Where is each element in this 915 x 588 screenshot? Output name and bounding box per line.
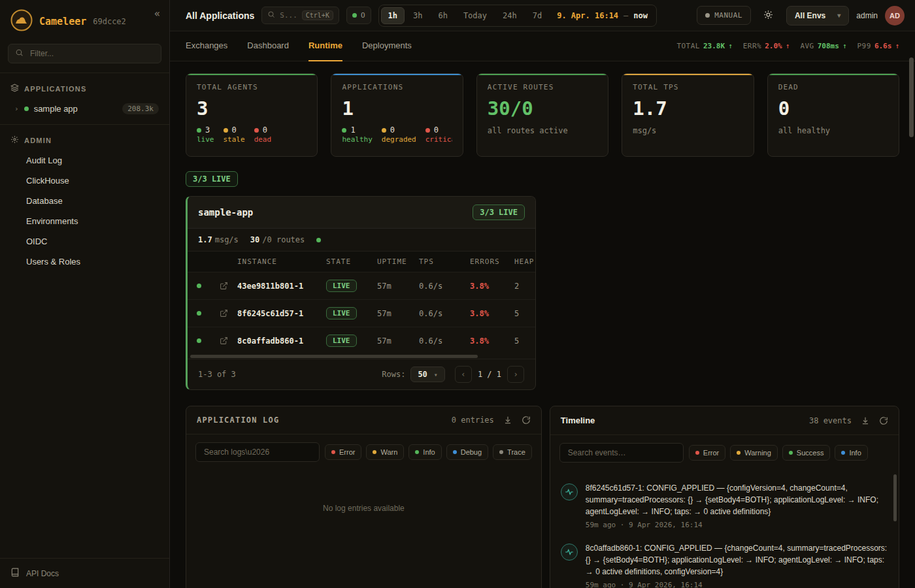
sidebar-filter-input[interactable] [29, 48, 154, 59]
log-filter-debug[interactable]: Debug [446, 444, 488, 460]
time-range-1h[interactable]: 1h [381, 7, 405, 24]
arrow-up-icon: ↑ [842, 42, 847, 50]
timeline-filter-error[interactable]: Error [689, 445, 725, 461]
sidebar-filter[interactable] [8, 44, 161, 63]
online-indicator[interactable]: O [346, 7, 371, 24]
api-docs-link[interactable]: API Docs [0, 558, 169, 588]
global-search[interactable]: S... Ctrl+K [261, 7, 339, 24]
log-filter-trace[interactable]: Trace [493, 444, 532, 460]
api-docs-label: API Docs [26, 569, 59, 578]
timeline-filter-info[interactable]: Info [835, 445, 867, 461]
sidebar-item-environments[interactable]: Environments [0, 211, 169, 231]
environment-select-value: All Envs [795, 11, 825, 20]
sidebar-item-sample-app[interactable]: › sample app 208.3k [0, 99, 169, 119]
sidebar-collapse-button[interactable]: « [154, 8, 160, 20]
bottom-panels: APPLICATION LOG 0 entries Error [186, 406, 899, 588]
time-range-3h[interactable]: 3h [406, 7, 429, 24]
timeline-scrollbar[interactable] [893, 474, 897, 521]
rows-per-page-select[interactable]: 50 ▾ [410, 367, 444, 382]
time-window-display: 9. Apr. 16:14 – now [550, 11, 654, 20]
gear-icon [10, 135, 19, 145]
timeline-search[interactable] [559, 443, 684, 463]
tab-deployments[interactable]: Deployments [362, 31, 412, 61]
external-link-icon[interactable] [210, 282, 237, 290]
card-title: TOTAL TPS [633, 83, 742, 91]
timeline-filter-warning[interactable]: Warning [730, 445, 778, 461]
tab-exchanges[interactable]: Exchanges [186, 31, 227, 61]
status-dot-amber [373, 450, 376, 454]
download-icon[interactable] [503, 416, 512, 425]
app-live-badge: 3/3 LIVE [473, 204, 525, 220]
pulse-icon [561, 483, 578, 500]
environment-select[interactable]: All Envs ▾ [786, 6, 849, 25]
timeline-controls: Error Warning Success Info [550, 435, 899, 470]
list-item[interactable]: 8f6245c61d57-1: CONFIG_APPLIED — {config… [561, 476, 888, 536]
next-page-button[interactable]: › [507, 366, 524, 383]
log-filter-warn[interactable]: Warn [366, 444, 404, 460]
card-dead: DEAD 0 all healthy [767, 73, 899, 157]
sample-app-count-badge: 208.3k [122, 103, 159, 114]
app-name: sample-app [198, 207, 253, 218]
status-dot-amber [224, 128, 228, 133]
prev-page-button[interactable]: ‹ [455, 366, 472, 383]
manual-refresh-button[interactable]: MANUAL [697, 6, 751, 25]
app-meta-row: 1.7msg/s 30/0 routes [188, 229, 535, 252]
card-value: 3 [197, 97, 307, 120]
avatar[interactable]: AD [885, 6, 905, 25]
metric-p99: P99 6.6s ↑ [857, 42, 900, 50]
applications-section-header: APPLICATIONS [0, 78, 169, 99]
timeline-filter-success[interactable]: Success [782, 445, 831, 461]
search-shortcut-kbd: Ctrl+K [302, 10, 333, 20]
list-item[interactable]: 8c0affadb860-1: CONFIG_APPLIED — {change… [561, 536, 888, 588]
time-range-6h[interactable]: 6h [431, 7, 454, 24]
pulse-icon [561, 544, 578, 561]
status-dot-amber [737, 451, 740, 455]
external-link-icon[interactable] [210, 309, 237, 318]
log-filter-error[interactable]: Error [325, 444, 361, 460]
tabs-bar: Exchanges Dashboard Runtime Deployments … [170, 31, 915, 61]
sidebar-item-database[interactable]: Database [0, 191, 169, 211]
time-range-today[interactable]: Today [456, 7, 494, 24]
online-label: O [361, 11, 365, 20]
table-footer: 1-3 of 3 Rows: 50 ▾ ‹ 1 / 1 › [188, 359, 535, 389]
download-icon[interactable] [861, 416, 870, 425]
horizontal-scrollbar-track [188, 354, 535, 359]
theme-toggle-button[interactable] [758, 5, 779, 26]
card-subtext: all routes active [488, 126, 597, 135]
admin-section-header: ADMIN [0, 130, 169, 150]
metric-err: ERR% 2.0% ↑ [743, 42, 790, 50]
tab-dashboard[interactable]: Dashboard [247, 31, 289, 61]
card-value: 0 [778, 97, 888, 120]
external-link-icon[interactable] [210, 336, 237, 345]
sidebar-item-clickhouse[interactable]: ClickHouse [0, 171, 169, 191]
status-dot-red [254, 128, 259, 133]
time-range-7d[interactable]: 7d [525, 7, 549, 24]
search-icon [267, 10, 275, 20]
tab-runtime[interactable]: Runtime [308, 31, 342, 61]
refresh-icon[interactable] [522, 416, 531, 425]
status-dot-red [695, 451, 699, 455]
table-row[interactable]: 43ee9811b801-1 LIVE 57m 0.6/s 3.8% 2 [188, 272, 535, 299]
sidebar-item-oidc[interactable]: OIDC [0, 231, 169, 252]
timeline-search-input[interactable] [567, 448, 676, 458]
horizontal-scrollbar[interactable] [190, 355, 478, 358]
instances-table-header: INSTANCE STATE UPTIME TPS ERRORS HEAP [188, 252, 535, 272]
table-row[interactable]: 8f6245c61d57-1 LIVE 57m 0.6/s 3.8% 5 [188, 299, 535, 327]
status-dot-green [197, 128, 201, 133]
page-scrollbar[interactable] [909, 57, 914, 137]
log-search-input[interactable] [203, 447, 312, 457]
log-filter-info[interactable]: Info [408, 444, 441, 460]
sample-app-card-header[interactable]: sample-app 3/3 LIVE [188, 197, 535, 229]
card-substats: 1healthy 0degraded 0critical [342, 125, 452, 144]
search-icon [15, 48, 24, 59]
refresh-icon[interactable] [879, 416, 888, 425]
rows-range-label: 1-3 of 3 [198, 370, 236, 379]
sidebar: « Cameleer 69dcce2 APPLICATIONS › [0, 0, 170, 588]
log-search[interactable] [195, 442, 320, 462]
log-empty-state: No log entries available [186, 470, 541, 547]
sidebar-item-users-roles[interactable]: Users & Roles [0, 252, 169, 272]
manual-label: MANUAL [714, 11, 742, 20]
sidebar-item-audit-log[interactable]: Audit Log [0, 150, 169, 171]
time-range-24h[interactable]: 24h [495, 7, 524, 24]
table-row[interactable]: 8c0affadb860-1 LIVE 57m 0.6/s 3.8% 5 [188, 327, 535, 354]
